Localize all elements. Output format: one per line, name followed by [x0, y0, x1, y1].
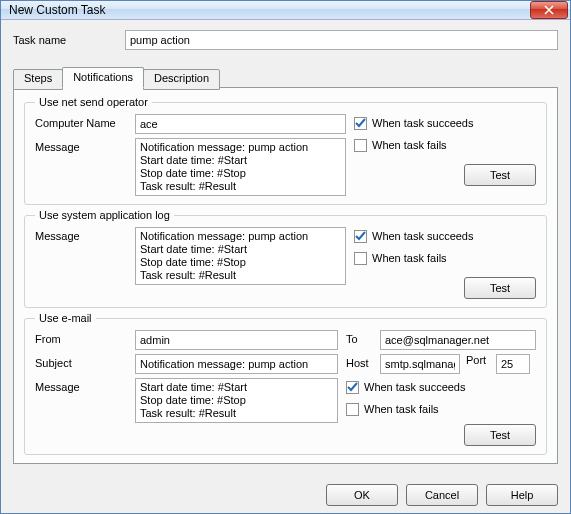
applog-succeeds-checkbox[interactable]: When task succeeds: [354, 227, 536, 245]
netsend-message-label: Message: [35, 138, 135, 153]
email-message-textarea[interactable]: Start date time: #Start Stop date time: …: [135, 378, 338, 423]
netsend-group: Use net send operator Computer Name Mess…: [24, 96, 547, 205]
tab-panel-notifications: Use net send operator Computer Name Mess…: [13, 87, 558, 464]
dialog-window: New Custom Task Task name Steps Notifica…: [0, 0, 571, 514]
email-subject-input[interactable]: [135, 354, 338, 374]
email-to-label: To: [346, 330, 380, 345]
email-from-label: From: [35, 330, 135, 345]
email-group: Use e-mail From Subject Message: [24, 312, 547, 455]
email-message-label: Message: [35, 378, 135, 393]
netsend-succeeds-label: When task succeeds: [372, 117, 474, 129]
applog-fails-checkbox[interactable]: When task fails: [354, 249, 536, 267]
tab-notifications[interactable]: Notifications: [62, 67, 144, 88]
computer-name-label: Computer Name: [35, 114, 135, 129]
applog-group: Use system application log Message Notif…: [24, 209, 547, 308]
email-port-input[interactable]: [496, 354, 530, 374]
email-from-input[interactable]: [135, 330, 338, 350]
email-host-label: Host: [346, 354, 380, 369]
tabs: Steps Notifications Description: [13, 67, 558, 88]
netsend-fails-label: When task fails: [372, 139, 447, 151]
dialog-footer: OK Cancel Help: [1, 474, 570, 514]
titlebar-title: New Custom Task: [9, 3, 530, 17]
email-to-input[interactable]: [380, 330, 536, 350]
netsend-test-button[interactable]: Test: [464, 164, 536, 186]
email-fails-label: When task fails: [364, 403, 439, 415]
checkbox-icon: [346, 381, 359, 394]
email-fails-checkbox[interactable]: When task fails: [346, 400, 536, 418]
tab-description[interactable]: Description: [143, 69, 220, 90]
netsend-legend: Use net send operator: [35, 96, 152, 108]
netsend-message-textarea[interactable]: Notification message: pump action Start …: [135, 138, 346, 196]
applog-message-label: Message: [35, 227, 135, 242]
computer-name-input[interactable]: [135, 114, 346, 134]
dialog-body: Task name Steps Notifications Descriptio…: [1, 20, 570, 474]
task-name-input[interactable]: [125, 30, 558, 50]
checkbox-icon: [354, 252, 367, 265]
email-succeeds-checkbox[interactable]: When task succeeds: [346, 378, 536, 396]
applog-legend: Use system application log: [35, 209, 174, 221]
checkbox-icon: [354, 117, 367, 130]
cancel-button[interactable]: Cancel: [406, 484, 478, 506]
close-icon: [544, 5, 554, 15]
email-legend: Use e-mail: [35, 312, 96, 324]
ok-button[interactable]: OK: [326, 484, 398, 506]
checkbox-icon: [346, 403, 359, 416]
netsend-fails-checkbox[interactable]: When task fails: [354, 136, 536, 154]
applog-fails-label: When task fails: [372, 252, 447, 264]
applog-succeeds-label: When task succeeds: [372, 230, 474, 242]
applog-message-textarea[interactable]: Notification message: pump action Start …: [135, 227, 346, 285]
email-test-button[interactable]: Test: [464, 424, 536, 446]
tab-steps[interactable]: Steps: [13, 69, 63, 90]
email-host-input[interactable]: [380, 354, 460, 374]
close-button[interactable]: [530, 1, 568, 19]
help-button[interactable]: Help: [486, 484, 558, 506]
email-subject-label: Subject: [35, 354, 135, 369]
netsend-succeeds-checkbox[interactable]: When task succeeds: [354, 114, 536, 132]
checkbox-icon: [354, 139, 367, 152]
checkbox-icon: [354, 230, 367, 243]
titlebar: New Custom Task: [1, 1, 570, 20]
applog-test-button[interactable]: Test: [464, 277, 536, 299]
task-name-row: Task name: [13, 30, 558, 50]
email-succeeds-label: When task succeeds: [364, 381, 466, 393]
email-port-label: Port: [466, 354, 496, 366]
task-name-label: Task name: [13, 34, 125, 46]
